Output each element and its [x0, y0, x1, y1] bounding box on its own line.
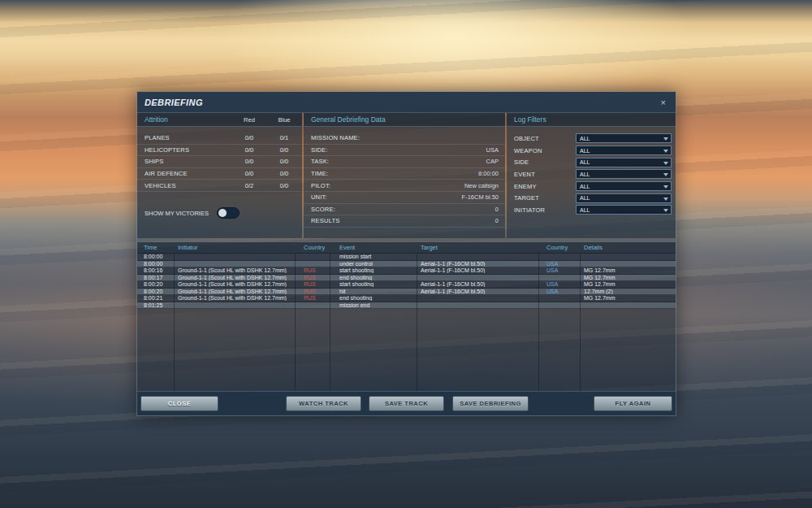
close-button[interactable]: CLOSE	[140, 396, 218, 411]
cell-initiator: Ground-1-1 (Scout HL with DSHK 12.7mm)	[174, 295, 295, 301]
weapon-filter-dropdown[interactable]: ALL	[576, 145, 672, 155]
show-my-victories-label: SHOW MY VICTORIES	[137, 210, 209, 217]
col-header-event: Event	[330, 244, 417, 251]
table-row[interactable]: 8:00:00 mission start	[137, 254, 676, 261]
attrition-panel: Attrition Red Blue PLANES 0/0 0/1 HELICO…	[137, 113, 302, 238]
dropdown-value: ALL	[577, 184, 590, 189]
general-data-panel: General Debriefing Data MISSION NAME: SI…	[304, 113, 505, 238]
col-header-country2: Country	[538, 244, 580, 251]
log-filters-title: Log Filters	[507, 115, 546, 124]
filter-weapon: WEAPON ALL	[507, 145, 676, 157]
cell-country: RUS	[295, 275, 330, 280]
dialog-title: DEBRIEFING	[137, 98, 203, 107]
show-my-victories-row: SHOW MY VICTORIES	[137, 205, 302, 221]
cell-event: end shooting	[330, 275, 417, 280]
chevron-down-icon	[663, 150, 668, 153]
attrition-header: Attrition Red Blue	[137, 113, 302, 127]
save-track-button[interactable]: SAVE TRACK	[369, 396, 444, 411]
cell-country: RUS	[295, 295, 330, 301]
field-pilot: PILOT: New callsign	[304, 180, 505, 192]
attrition-row-planes: PLANES 0/0 0/1	[137, 132, 302, 145]
cell-details: MG 12.7mm	[580, 267, 676, 273]
target-filter-dropdown[interactable]: ALL	[576, 193, 672, 203]
watch-track-button[interactable]: WATCH TRACK	[286, 396, 361, 411]
attrition-title: Attrition	[137, 115, 168, 124]
filter-label: OBJECT	[507, 135, 576, 142]
table-row[interactable]: 8:00:21 Ground-1-1 (Scout HL with DSHK 1…	[137, 295, 676, 302]
cell-target-country: USA	[538, 267, 580, 273]
attrition-header-cols: Red Blue	[168, 116, 302, 124]
show-victories-toggle[interactable]	[217, 207, 240, 219]
col-header-details: Details	[580, 244, 676, 251]
cell-target: Aerial-1-1 (F-16CM bl.50)	[417, 261, 538, 267]
filter-label: INITIATOR	[507, 206, 576, 214]
table-row[interactable]: 8:00:16 Ground-1-1 (Scout HL with DSHK 1…	[137, 267, 676, 275]
attrition-label: SHIPS	[137, 158, 232, 165]
filter-initiator: INITIATOR ALL	[507, 204, 676, 216]
field-score: SCORE: 0	[304, 204, 505, 216]
cell-time: 8:00:20	[137, 281, 174, 287]
log-filters-header: Log Filters	[507, 113, 676, 127]
field-value: 0	[495, 206, 505, 213]
table-row[interactable]: 8:00:17 Ground-1-1 (Scout HL with DSHK 1…	[137, 275, 676, 282]
field-label: TIME:	[304, 170, 478, 177]
col-header-initiator: Initiator	[174, 244, 295, 251]
field-mission-name: MISSION NAME:	[304, 132, 505, 145]
chevron-down-icon	[663, 173, 668, 176]
attrition-label: AIR DEFENCE	[137, 170, 232, 177]
enemy-filter-dropdown[interactable]: ALL	[576, 181, 672, 191]
table-row[interactable]: 8:00:20 Ground-1-1 (Scout HL with DSHK 1…	[137, 289, 676, 296]
attrition-row-vehicles: VEHICLES 0/2 0/0	[137, 180, 302, 192]
cell-target-country: USA	[538, 281, 580, 287]
field-side: SIDE: USA	[304, 145, 505, 157]
table-row[interactable]: 8:00:20 Ground-1-1 (Scout HL with DSHK 1…	[137, 281, 676, 289]
attrition-label: PLANES	[137, 134, 232, 141]
filter-label: TARGET	[507, 194, 576, 202]
attrition-body: PLANES 0/0 0/1 HELICOPTERS 0/0 0/0 SHIPS…	[137, 127, 302, 192]
field-label: UNIT:	[304, 193, 462, 201]
cell-details: MG 12.7mm	[580, 275, 676, 280]
col-header-country: Country	[295, 244, 330, 251]
dialog-bottom-bar: CLOSE WATCH TRACK SAVE TRACK SAVE DEBRIE…	[137, 391, 676, 415]
log-rows: 8:00:00 mission start 8:00:00 under cont…	[137, 254, 676, 309]
cell-event: end shooting	[330, 295, 417, 301]
attrition-red-value: 0/0	[232, 158, 266, 165]
cell-target: Aerial-1-1 (F-16CM bl.50)	[417, 289, 538, 294]
attrition-col-blue: Blue	[266, 116, 302, 124]
attrition-label: HELICOPTERS	[137, 146, 232, 154]
dialog-titlebar: DEBRIEFING ×	[137, 92, 676, 113]
attrition-blue-value: 0/0	[266, 158, 302, 165]
event-filter-dropdown[interactable]: ALL	[576, 169, 672, 179]
filter-label: ENEMY	[507, 183, 576, 190]
initiator-filter-dropdown[interactable]: ALL	[576, 205, 672, 215]
general-data-header: General Debriefing Data	[304, 113, 505, 127]
attrition-blue-value: 0/0	[266, 170, 302, 177]
cell-target-country: USA	[538, 289, 580, 294]
save-debriefing-button[interactable]: SAVE DEBRIEFING	[452, 396, 529, 411]
cell-target-country: USA	[538, 261, 580, 267]
attrition-row-helicopters: HELICOPTERS 0/0 0/0	[137, 145, 302, 157]
cell-event: hit	[330, 289, 417, 294]
table-row[interactable]: 8:00:00 under control Aerial-1-1 (F-16CM…	[137, 261, 676, 268]
attrition-red-value: 0/0	[232, 170, 266, 177]
attrition-blue-value: 0/1	[266, 134, 302, 141]
cell-event: under control	[330, 261, 417, 267]
cell-time: 8:00:16	[137, 267, 174, 273]
object-filter-dropdown[interactable]: ALL	[576, 133, 672, 143]
fly-again-button[interactable]: FLY AGAIN	[594, 396, 672, 411]
chevron-down-icon	[663, 185, 668, 189]
close-icon[interactable]: ×	[651, 98, 676, 107]
log-table-header: Time Initiator Country Event Target Coun…	[137, 242, 676, 254]
attrition-label: VEHICLES	[137, 182, 232, 189]
cell-initiator: Ground-1-1 (Scout HL with DSHK 12.7mm)	[174, 281, 295, 287]
side-filter-dropdown[interactable]: ALL	[576, 158, 672, 167]
cell-event: mission start	[330, 254, 417, 259]
cell-time: 8:00:20	[137, 289, 174, 294]
table-row[interactable]: 8:01:25 mission end	[137, 302, 676, 310]
top-panels: Attrition Red Blue PLANES 0/0 0/1 HELICO…	[137, 113, 676, 238]
field-value: New callsign	[464, 182, 505, 189]
attrition-blue-value: 0/0	[266, 182, 302, 189]
chevron-down-icon	[663, 209, 668, 212]
log-filters-panel: Log Filters OBJECT ALL WEAPON ALL	[507, 113, 676, 238]
cell-country: RUS	[295, 289, 330, 294]
